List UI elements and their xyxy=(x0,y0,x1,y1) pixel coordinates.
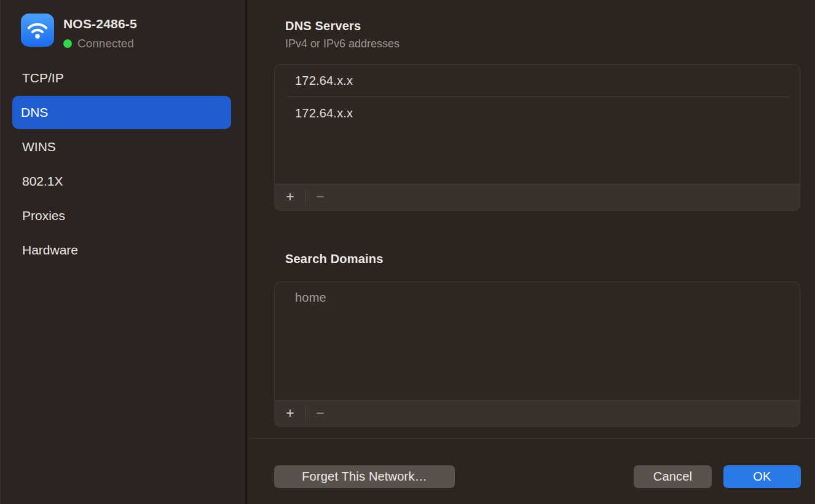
remove-dns-server-button minus-icon[interactable]: − xyxy=(313,190,328,205)
add-dns-server-button plus-icon[interactable]: + xyxy=(283,190,297,205)
forget-network-button[interactable]: Forget This Network… xyxy=(274,465,455,488)
sidebar-item-dns[interactable]: DNS xyxy=(12,96,231,129)
network-header: NOS-2486-5 Connected xyxy=(21,14,137,50)
toolbar-separator xyxy=(305,405,305,422)
remove-search-domain-button minus-icon[interactable]: − xyxy=(313,406,328,422)
network-status: Connected xyxy=(63,37,137,50)
network-status-label: Connected xyxy=(77,37,134,50)
cancel-button[interactable]: Cancel xyxy=(634,465,712,488)
sidebar-item-proxies[interactable]: Proxies xyxy=(0,199,243,233)
wifi-icon xyxy=(21,14,54,47)
search-domains-title: Search Domains xyxy=(285,252,384,266)
search-domains-list: home + − xyxy=(274,282,800,427)
sidebar-item-wins[interactable]: WINS xyxy=(0,130,243,164)
sidebar-nav: TCP/IP DNS WINS 802.1X Proxies Hardware xyxy=(0,61,243,267)
sidebar-item-8021x[interactable]: 802.1X xyxy=(0,164,243,199)
footer-divider xyxy=(249,438,815,439)
dns-servers-rows: 172.64.x.x 172.64.x.x xyxy=(275,65,800,128)
search-domains-rows: home xyxy=(275,282,800,313)
sidebar-item-hardware[interactable]: Hardware xyxy=(0,233,243,267)
sidebar: NOS-2486-5 Connected TCP/IP DNS WINS 802… xyxy=(0,0,247,504)
search-domain-entry[interactable]: home xyxy=(275,282,800,313)
connected-status-dot-icon xyxy=(63,39,72,48)
dns-server-entry[interactable]: 172.64.x.x xyxy=(287,96,789,128)
dns-servers-list: 172.64.x.x 172.64.x.x + − xyxy=(274,64,800,211)
add-search-domain-button plus-icon[interactable]: + xyxy=(283,406,297,422)
ok-button[interactable]: OK xyxy=(723,465,801,488)
search-domains-toolbar: + − xyxy=(275,400,800,427)
dns-servers-subtitle: IPv4 or IPv6 addresses xyxy=(285,37,400,50)
toolbar-separator xyxy=(305,189,305,206)
dns-server-entry[interactable]: 172.64.x.x xyxy=(275,65,800,96)
dns-servers-toolbar: + − xyxy=(275,184,800,210)
dns-settings-pane: DNS Servers IPv4 or IPv6 addresses 172.6… xyxy=(249,0,815,504)
sidebar-item-tcpip[interactable]: TCP/IP xyxy=(0,61,243,95)
network-name: NOS-2486-5 xyxy=(63,14,137,31)
network-details-window: NOS-2486-5 Connected TCP/IP DNS WINS 802… xyxy=(0,0,815,504)
network-meta: NOS-2486-5 Connected xyxy=(63,14,137,50)
dns-servers-title: DNS Servers xyxy=(285,19,361,33)
